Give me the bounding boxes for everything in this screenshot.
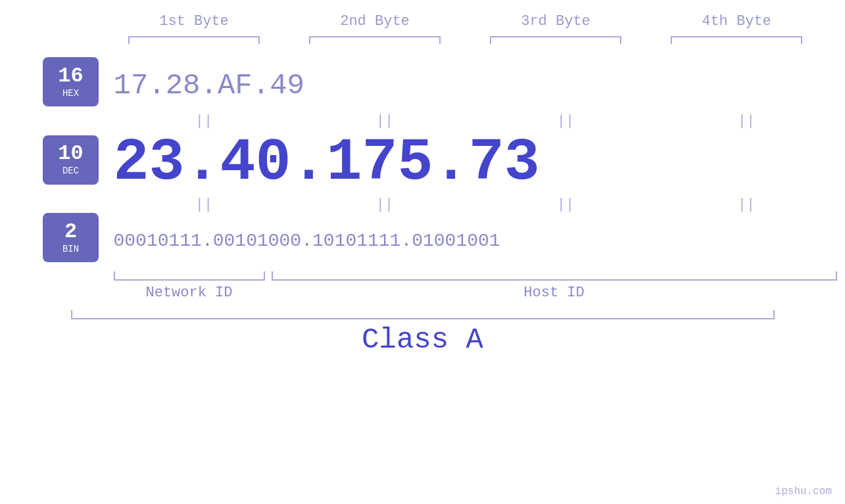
hex-badge-col: 16 HEX (28, 57, 114, 113)
hex-val-3: AF (218, 69, 253, 102)
id-labels-spacer (28, 285, 114, 301)
bin-row: 2 BIN 00010111 . 00101000 . 10101111 . 0… (28, 213, 837, 269)
eq1-1: || (132, 113, 276, 129)
eq2-2: || (312, 196, 457, 213)
dec-val-1: 23 (114, 129, 185, 196)
dec-badge-col: 10 DEC (28, 135, 114, 191)
bracket-top-4 (671, 36, 802, 44)
dec-base-number: 10 (58, 143, 83, 164)
bin-base-name: BIN (62, 244, 79, 254)
class-label: Class A (71, 323, 775, 356)
bracket-gap (265, 271, 272, 281)
equals-cells-1: || || || || (114, 113, 837, 129)
watermark: ipshu.com (775, 486, 832, 497)
id-labels-row: Network ID Host ID (28, 285, 837, 301)
class-bracket (71, 310, 775, 319)
dec-val-4: 73 (469, 129, 540, 196)
network-id-label: Network ID (114, 285, 265, 301)
byte2-header: 2nd Byte (302, 13, 447, 30)
bottom-brackets-spacer (28, 271, 114, 281)
bin-val-4: 01001001 (412, 231, 500, 251)
dec-dot-2: . (291, 129, 327, 196)
hex-base-number: 16 (58, 66, 83, 87)
hex-base-name: HEX (62, 88, 79, 99)
hex-dot-3: . (253, 69, 270, 102)
top-brackets (104, 36, 827, 44)
bin-val-2: 00101000 (213, 231, 301, 251)
main-container: 1st Byte 2nd Byte 3rd Byte 4th Byte 16 H… (0, 0, 845, 504)
dec-val-2: 40 (220, 129, 291, 196)
bracket-top-2 (309, 36, 441, 44)
byte1-header: 1st Byte (122, 13, 266, 30)
bracket-top-1 (128, 36, 260, 44)
eq1-2: || (312, 113, 457, 129)
bin-dot-3: . (400, 231, 412, 251)
bin-dot-2: . (301, 231, 312, 251)
bracket-top-3 (490, 36, 621, 44)
bottom-brackets-row (28, 271, 837, 281)
bracket-bottom-host (272, 271, 837, 281)
hex-dot-1: . (148, 69, 165, 102)
hex-badge: 16 HEX (43, 57, 99, 106)
id-labels: Network ID Host ID (114, 285, 837, 301)
bracket-bottom-network (114, 271, 265, 281)
bin-val-1: 00010111 (114, 231, 202, 251)
eq1-3: || (493, 113, 638, 129)
hex-val-2: 28 (166, 69, 201, 102)
dec-badge: 10 DEC (43, 135, 99, 185)
eq1-4: || (674, 113, 819, 129)
id-gap (265, 285, 272, 301)
dec-row: 10 DEC 23 . 40 . 175 . 73 (28, 129, 837, 196)
byte4-header: 4th Byte (664, 13, 809, 30)
bin-values: 00010111 . 00101000 . 10101111 . 0100100… (114, 231, 837, 251)
dec-dot-1: . (185, 129, 220, 196)
hex-row: 16 HEX 17 . 28 . AF . 49 (28, 57, 837, 113)
bin-base-number: 2 (64, 221, 77, 242)
bin-badge: 2 BIN (43, 213, 99, 262)
eq2-4: || (674, 196, 819, 213)
equals-row-2: || || || || (28, 196, 837, 213)
bin-dot-1: . (202, 231, 213, 251)
equals-row-1: || || || || (28, 113, 837, 129)
dec-values: 23 . 40 . 175 . 73 (114, 129, 837, 196)
byte-headers: 1st Byte 2nd Byte 3rd Byte 4th Byte (104, 13, 827, 30)
hex-dot-2: . (201, 69, 218, 102)
equals-spacer-1 (28, 113, 114, 129)
dec-base-name: DEC (62, 166, 79, 176)
hex-val-1: 17 (114, 69, 149, 102)
equals-spacer-2 (28, 196, 114, 213)
dec-dot-3: . (433, 129, 469, 196)
bin-val-3: 10101111 (312, 231, 400, 251)
hex-val-4: 49 (270, 69, 304, 102)
eq2-3: || (493, 196, 638, 213)
host-id-label: Host ID (272, 285, 837, 301)
bottom-brackets (114, 271, 837, 281)
hex-values: 17 . 28 . AF . 49 (114, 69, 837, 102)
byte3-header: 3rd Byte (483, 13, 628, 30)
bin-badge-col: 2 BIN (28, 213, 114, 269)
equals-cells-2: || || || || (114, 196, 837, 213)
dec-val-3: 175 (327, 129, 433, 196)
eq2-1: || (132, 196, 276, 213)
